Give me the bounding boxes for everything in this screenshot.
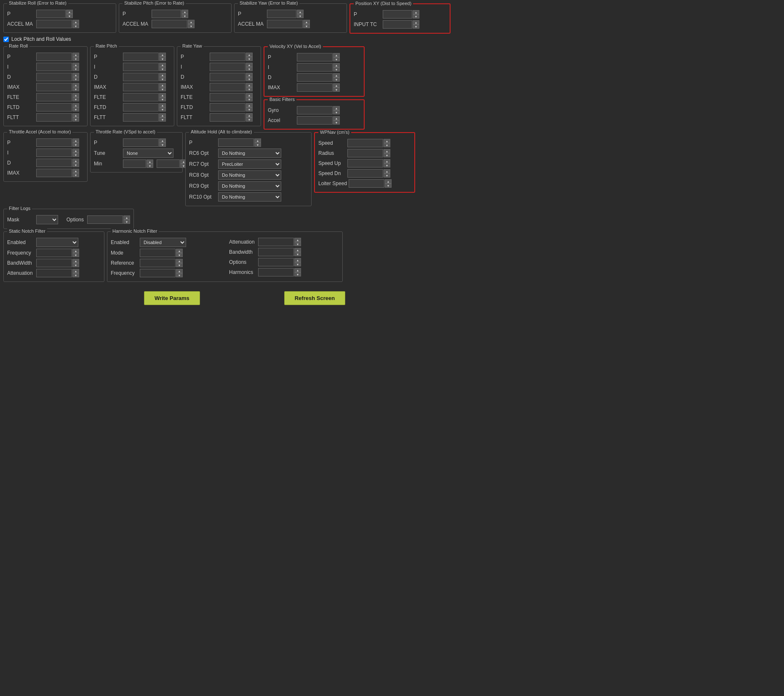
refresh-screen-button[interactable]: Refresh Screen [284, 291, 345, 305]
stabilize-roll-p-down[interactable]: ▼ [66, 14, 73, 18]
rate-roll-i-up[interactable]: ▲ [72, 63, 79, 67]
rate-roll-imax-up[interactable]: ▲ [72, 83, 79, 87]
ah-p-up[interactable]: ▲ [254, 138, 261, 143]
lock-pitch-roll-checkbox[interactable] [3, 37, 9, 42]
rc7-select[interactable]: PrecLoiter [218, 159, 281, 169]
stabilize-roll-p-up[interactable]: ▲ [66, 10, 73, 14]
wpnav-speed-input[interactable]: 1000 [347, 139, 383, 147]
ah-p-down[interactable]: ▼ [254, 143, 261, 147]
rate-pitch-fltd-up[interactable]: ▲ [159, 103, 166, 107]
velocity-xy-p-input[interactable]: 1.0 [297, 53, 333, 61]
rc6-select[interactable]: Do Nothing [218, 149, 281, 158]
harm-ref-down[interactable]: ▼ [176, 263, 183, 267]
rate-roll-fltd-down[interactable]: ▼ [72, 107, 79, 112]
position-xy-input-tc-input[interactable]: 0.150 [383, 20, 412, 29]
harm-att-input[interactable]: 5 [258, 238, 294, 246]
rate-yaw-imax-input[interactable]: 0.500 [210, 83, 245, 91]
gyro-input[interactable]: 46 [297, 106, 333, 114]
stabilize-pitch-p-up[interactable]: ▲ [181, 10, 188, 14]
ta-p-up[interactable]: ▲ [72, 138, 79, 143]
rate-roll-fltt-up[interactable]: ▲ [72, 113, 79, 117]
rate-pitch-fltt-up[interactable]: ▲ [159, 113, 166, 117]
rate-yaw-imax-down[interactable]: ▼ [246, 87, 253, 91]
static-bw-down[interactable]: ▼ [72, 263, 79, 267]
rate-roll-i-input[interactable]: 0.14622 [36, 63, 72, 71]
rate-pitch-fltt-input[interactable]: 23 [123, 113, 159, 122]
stabilize-roll-accel-down[interactable]: ▼ [72, 24, 79, 28]
stabilize-yaw-p-up[interactable]: ▲ [297, 10, 304, 14]
position-xy-p-up[interactable]: ▲ [413, 10, 419, 14]
filter-options-down[interactable]: ▼ [123, 220, 130, 224]
harm-options-up[interactable]: ▲ [294, 258, 301, 262]
rate-yaw-i-up[interactable]: ▲ [246, 63, 253, 67]
static-freq-up[interactable]: ▲ [72, 249, 79, 253]
rate-pitch-d-up[interactable]: ▲ [159, 73, 166, 77]
harm-ref-up[interactable]: ▲ [176, 259, 183, 263]
rate-yaw-p-down[interactable]: ▼ [246, 57, 253, 61]
wpnav-speed-up-down-btn[interactable]: ▼ [384, 163, 390, 167]
rate-roll-i-down[interactable]: ▼ [72, 67, 79, 71]
accel-input[interactable]: 20 [297, 116, 333, 125]
harm-mode-up[interactable]: ▲ [176, 249, 183, 253]
static-bw-input[interactable]: 5 [36, 259, 72, 267]
harm-freq-input[interactable]: 10 [140, 269, 176, 277]
stabilize-pitch-p-input[interactable]: 4.500 [152, 10, 181, 18]
wpnav-speed-dn-up[interactable]: ▲ [384, 169, 390, 173]
velocity-xy-i-up[interactable]: ▲ [333, 63, 340, 67]
filter-options-up[interactable]: ▲ [123, 215, 130, 220]
ta-p-down[interactable]: ▼ [72, 143, 79, 147]
tr-min1-down[interactable]: ▼ [147, 164, 153, 168]
rate-pitch-p-down[interactable]: ▼ [159, 57, 166, 61]
mask-select[interactable] [36, 215, 58, 224]
stabilize-yaw-accel-input[interactable]: 27900 [267, 20, 303, 28]
write-params-button[interactable]: Write Params [144, 291, 200, 305]
rate-yaw-p-input[interactable]: 0.180 [210, 53, 245, 61]
velocity-xy-imax-down[interactable]: ▼ [333, 88, 340, 92]
position-xy-p-input[interactable]: 1.000 [383, 10, 412, 19]
stabilize-yaw-p-input[interactable]: 4.500 [267, 10, 296, 18]
velocity-xy-p-down[interactable]: ▼ [333, 57, 340, 61]
rate-pitch-flte-input[interactable]: 0 [123, 93, 159, 101]
static-enabled-select[interactable] [36, 238, 78, 247]
ta-imax-down[interactable]: ▼ [72, 173, 79, 177]
wpnav-speed-up-input[interactable]: 250 [347, 159, 383, 167]
static-att-down[interactable]: ▼ [72, 273, 79, 277]
stabilize-pitch-accel-input[interactable]: 125900 [152, 20, 187, 28]
wpnav-speed-up-btn[interactable]: ▲ [384, 159, 390, 163]
rate-yaw-fltt-up[interactable]: ▲ [246, 113, 253, 117]
tr-p-down[interactable]: ▼ [159, 143, 166, 147]
velocity-xy-imax-input[interactable]: 100 [297, 83, 333, 92]
rate-pitch-i-input[interactable]: 0.14622 [123, 63, 159, 71]
harm-att-down[interactable]: ▼ [294, 242, 301, 246]
wpnav-loiter-down[interactable]: ▼ [385, 183, 392, 188]
stabilize-pitch-accel-down[interactable]: ▼ [188, 24, 195, 28]
wpnav-loiter-speed-input[interactable]: 1250 [349, 179, 384, 188]
ta-d-up[interactable]: ▲ [72, 159, 79, 163]
stabilize-roll-accel-up[interactable]: ▲ [72, 20, 79, 24]
tr-min2-input[interactable]: 0.000 [157, 159, 180, 168]
wpnav-speed-down[interactable]: ▼ [384, 143, 390, 147]
harm-freq-down[interactable]: ▼ [176, 273, 183, 277]
rc10-select[interactable]: Do Nothing [218, 192, 281, 202]
rate-yaw-flte-up[interactable]: ▲ [246, 93, 253, 97]
rate-roll-flte-input[interactable]: 0 [36, 93, 72, 101]
rate-yaw-fltd-down[interactable]: ▼ [246, 107, 253, 112]
harm-bw-down[interactable]: ▼ [294, 252, 301, 256]
rate-roll-imax-input[interactable]: 0.500 [36, 83, 72, 91]
harm-harmonics-up[interactable]: ▲ [294, 268, 301, 272]
filter-options-input[interactable]: 0 [87, 215, 123, 224]
rate-yaw-i-input[interactable]: 0.018 [210, 63, 245, 71]
harm-harmonics-input[interactable]: 0 [258, 268, 294, 276]
rate-roll-d-down[interactable]: ▼ [72, 77, 79, 81]
rate-pitch-d-down[interactable]: ▼ [159, 77, 166, 81]
rate-pitch-d-input[interactable]: 0.0046 [123, 73, 159, 81]
harm-enabled-select[interactable]: Disabled [140, 238, 186, 247]
rate-pitch-i-down[interactable]: ▼ [159, 67, 166, 71]
harm-ref-input[interactable]: 0 [140, 259, 176, 267]
static-freq-input[interactable]: 10 [36, 249, 72, 257]
harm-bw-input[interactable]: 5 [258, 248, 294, 256]
rate-roll-d-input[interactable]: 0.0046 [36, 73, 72, 81]
throttle-accel-imax-input[interactable]: 80 [36, 169, 72, 177]
velocity-xy-d-input[interactable]: 0.900 [297, 73, 333, 82]
throttle-rate-p-input[interactable]: 5.000 [123, 138, 159, 147]
